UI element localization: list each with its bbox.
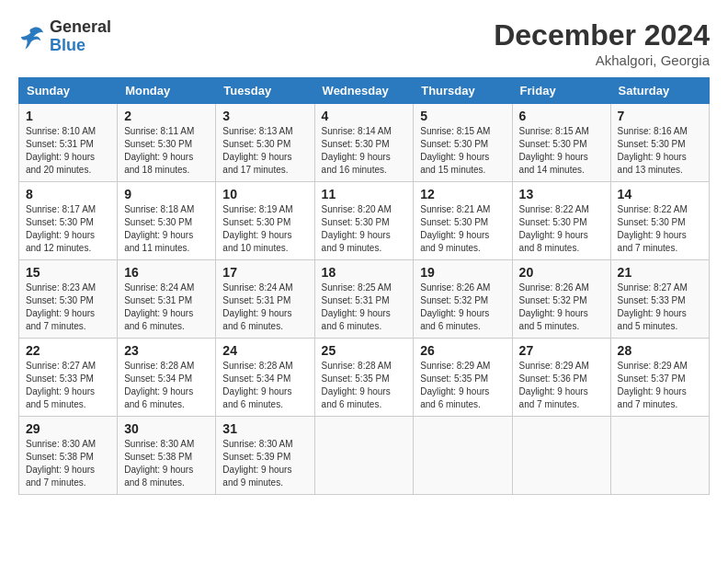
calendar-cell: 23Sunrise: 8:28 AM Sunset: 5:34 PM Dayli…	[118, 339, 216, 417]
calendar-cell: 14Sunrise: 8:22 AM Sunset: 5:30 PM Dayli…	[610, 182, 709, 260]
day-number: 3	[222, 109, 307, 123]
title-section: December 2024 Akhalgori, Georgia	[494, 18, 710, 68]
calendar-header-row: Sunday Monday Tuesday Wednesday Thursday…	[19, 78, 710, 104]
calendar-cell: 30Sunrise: 8:30 AM Sunset: 5:38 PM Dayli…	[118, 417, 216, 495]
calendar-cell: 10Sunrise: 8:19 AM Sunset: 5:30 PM Dayli…	[216, 182, 314, 260]
day-number: 4	[322, 109, 407, 123]
day-info: Sunrise: 8:11 AM Sunset: 5:30 PM Dayligh…	[124, 125, 209, 177]
month-title: December 2024	[494, 18, 710, 52]
day-number: 23	[124, 343, 209, 358]
logo-text: General Blue	[50, 18, 111, 55]
day-info: Sunrise: 8:14 AM Sunset: 5:30 PM Dayligh…	[322, 125, 407, 177]
calendar-week-row: 29Sunrise: 8:30 AM Sunset: 5:38 PM Dayli…	[19, 417, 710, 495]
day-info: Sunrise: 8:30 AM Sunset: 5:38 PM Dayligh…	[26, 438, 110, 489]
location-title: Akhalgori, Georgia	[494, 52, 710, 68]
calendar-cell: 9Sunrise: 8:18 AM Sunset: 5:30 PM Daylig…	[118, 182, 216, 260]
logo: General Blue	[18, 18, 111, 55]
day-info: Sunrise: 8:30 AM Sunset: 5:38 PM Dayligh…	[124, 438, 209, 489]
day-info: Sunrise: 8:22 AM Sunset: 5:30 PM Dayligh…	[519, 203, 604, 255]
day-info: Sunrise: 8:23 AM Sunset: 5:30 PM Dayligh…	[26, 282, 110, 333]
calendar-cell: 15Sunrise: 8:23 AM Sunset: 5:30 PM Dayli…	[19, 260, 118, 339]
calendar-cell: 7Sunrise: 8:16 AM Sunset: 5:30 PM Daylig…	[610, 104, 709, 182]
calendar-cell: 21Sunrise: 8:27 AM Sunset: 5:33 PM Dayli…	[610, 260, 709, 339]
calendar-week-row: 1Sunrise: 8:10 AM Sunset: 5:31 PM Daylig…	[19, 104, 710, 182]
calendar-cell	[414, 417, 512, 495]
day-info: Sunrise: 8:21 AM Sunset: 5:30 PM Dayligh…	[420, 203, 505, 255]
day-info: Sunrise: 8:30 AM Sunset: 5:39 PM Dayligh…	[222, 438, 307, 489]
calendar-cell: 3Sunrise: 8:13 AM Sunset: 5:30 PM Daylig…	[216, 104, 314, 182]
calendar-cell: 31Sunrise: 8:30 AM Sunset: 5:39 PM Dayli…	[216, 417, 314, 495]
calendar-week-row: 22Sunrise: 8:27 AM Sunset: 5:33 PM Dayli…	[19, 339, 710, 417]
day-info: Sunrise: 8:15 AM Sunset: 5:30 PM Dayligh…	[519, 125, 604, 177]
day-info: Sunrise: 8:27 AM Sunset: 5:33 PM Dayligh…	[26, 360, 110, 411]
day-number: 26	[420, 343, 505, 358]
day-info: Sunrise: 8:15 AM Sunset: 5:30 PM Dayligh…	[420, 125, 505, 177]
day-number: 2	[124, 109, 209, 123]
calendar-cell: 19Sunrise: 8:26 AM Sunset: 5:32 PM Dayli…	[414, 260, 512, 339]
day-number: 24	[222, 343, 307, 358]
day-number: 29	[26, 421, 110, 436]
calendar-cell: 2Sunrise: 8:11 AM Sunset: 5:30 PM Daylig…	[118, 104, 216, 182]
calendar-cell: 5Sunrise: 8:15 AM Sunset: 5:30 PM Daylig…	[414, 104, 512, 182]
day-number: 31	[222, 421, 307, 436]
day-info: Sunrise: 8:28 AM Sunset: 5:34 PM Dayligh…	[222, 360, 307, 411]
day-info: Sunrise: 8:28 AM Sunset: 5:34 PM Dayligh…	[124, 360, 209, 411]
calendar-week-row: 15Sunrise: 8:23 AM Sunset: 5:30 PM Dayli…	[19, 260, 710, 339]
day-info: Sunrise: 8:26 AM Sunset: 5:32 PM Dayligh…	[420, 282, 505, 333]
header: General Blue December 2024 Akhalgori, Ge…	[18, 18, 710, 68]
day-number: 28	[618, 343, 702, 358]
day-info: Sunrise: 8:27 AM Sunset: 5:33 PM Dayligh…	[618, 282, 702, 333]
calendar-cell: 8Sunrise: 8:17 AM Sunset: 5:30 PM Daylig…	[19, 182, 118, 260]
calendar-cell: 17Sunrise: 8:24 AM Sunset: 5:31 PM Dayli…	[216, 260, 314, 339]
calendar-cell: 18Sunrise: 8:25 AM Sunset: 5:31 PM Dayli…	[314, 260, 414, 339]
day-info: Sunrise: 8:17 AM Sunset: 5:30 PM Dayligh…	[26, 203, 110, 255]
day-number: 10	[222, 187, 307, 201]
day-info: Sunrise: 8:10 AM Sunset: 5:31 PM Dayligh…	[26, 125, 110, 177]
day-number: 27	[519, 343, 604, 358]
day-number: 20	[519, 265, 604, 280]
calendar-cell: 28Sunrise: 8:29 AM Sunset: 5:37 PM Dayli…	[610, 339, 709, 417]
day-number: 17	[222, 265, 307, 280]
day-info: Sunrise: 8:26 AM Sunset: 5:32 PM Dayligh…	[519, 282, 604, 333]
day-number: 5	[420, 109, 505, 123]
day-info: Sunrise: 8:22 AM Sunset: 5:30 PM Dayligh…	[618, 203, 702, 255]
day-number: 13	[519, 187, 604, 201]
calendar-cell: 22Sunrise: 8:27 AM Sunset: 5:33 PM Dayli…	[19, 339, 118, 417]
day-info: Sunrise: 8:18 AM Sunset: 5:30 PM Dayligh…	[124, 203, 209, 255]
day-info: Sunrise: 8:13 AM Sunset: 5:30 PM Dayligh…	[222, 125, 307, 177]
calendar-table: Sunday Monday Tuesday Wednesday Thursday…	[18, 77, 710, 495]
day-number: 16	[124, 265, 209, 280]
col-thursday: Thursday	[414, 78, 512, 104]
calendar-cell: 24Sunrise: 8:28 AM Sunset: 5:34 PM Dayli…	[216, 339, 314, 417]
calendar-cell	[610, 417, 709, 495]
calendar-cell: 13Sunrise: 8:22 AM Sunset: 5:30 PM Dayli…	[512, 182, 610, 260]
calendar-cell: 6Sunrise: 8:15 AM Sunset: 5:30 PM Daylig…	[512, 104, 610, 182]
day-info: Sunrise: 8:16 AM Sunset: 5:30 PM Dayligh…	[618, 125, 702, 177]
day-number: 7	[618, 109, 702, 123]
day-number: 30	[124, 421, 209, 436]
page-container: General Blue December 2024 Akhalgori, Ge…	[18, 18, 710, 495]
day-number: 1	[26, 109, 110, 123]
day-number: 19	[420, 265, 505, 280]
calendar-cell: 25Sunrise: 8:28 AM Sunset: 5:35 PM Dayli…	[314, 339, 414, 417]
day-number: 15	[26, 265, 110, 280]
day-info: Sunrise: 8:25 AM Sunset: 5:31 PM Dayligh…	[322, 282, 407, 333]
day-number: 6	[519, 109, 604, 123]
calendar-cell: 1Sunrise: 8:10 AM Sunset: 5:31 PM Daylig…	[19, 104, 118, 182]
calendar-cell: 20Sunrise: 8:26 AM Sunset: 5:32 PM Dayli…	[512, 260, 610, 339]
day-info: Sunrise: 8:28 AM Sunset: 5:35 PM Dayligh…	[322, 360, 407, 411]
day-number: 25	[322, 343, 407, 358]
col-wednesday: Wednesday	[314, 78, 414, 104]
day-info: Sunrise: 8:29 AM Sunset: 5:37 PM Dayligh…	[618, 360, 702, 411]
calendar-week-row: 8Sunrise: 8:17 AM Sunset: 5:30 PM Daylig…	[19, 182, 710, 260]
col-friday: Friday	[512, 78, 610, 104]
col-tuesday: Tuesday	[216, 78, 314, 104]
calendar-cell	[314, 417, 414, 495]
day-number: 12	[420, 187, 505, 201]
day-number: 8	[26, 187, 110, 201]
day-number: 18	[322, 265, 407, 280]
day-info: Sunrise: 8:20 AM Sunset: 5:30 PM Dayligh…	[322, 203, 407, 255]
calendar-cell: 29Sunrise: 8:30 AM Sunset: 5:38 PM Dayli…	[19, 417, 118, 495]
calendar-cell: 4Sunrise: 8:14 AM Sunset: 5:30 PM Daylig…	[314, 104, 414, 182]
day-info: Sunrise: 8:29 AM Sunset: 5:36 PM Dayligh…	[519, 360, 604, 411]
